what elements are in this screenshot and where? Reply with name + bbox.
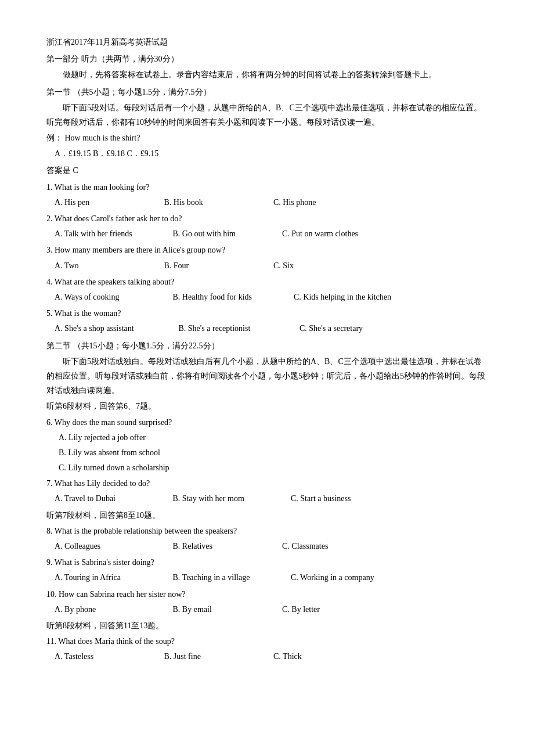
section1: 第一节 （共5小题；每小题1.5分，满分7.5分） 听下面5段对话。每段对话后有… [46, 85, 488, 336]
q8-question: What is the probable relationship betwee… [55, 527, 237, 535]
q10-optA: A. By phone [55, 602, 171, 617]
q4-question: What are the speakers talking about? [55, 278, 174, 286]
q5-question: What is the woman? [55, 309, 121, 318]
q6-optC: C. Lily turned down a scholarship [59, 460, 488, 475]
q11-optC: C. Thick [273, 649, 302, 664]
section1-header: 第一节 （共5小题；每小题1.5分，满分7.5分） [46, 85, 488, 99]
q10-optC: C. By letter [282, 602, 320, 617]
q7-optC: C. Start a business [291, 491, 351, 506]
q4-optC: C. Kids helping in the kitchen [294, 290, 391, 304]
section2-header: 第二节 （共15小题；每小题1.5分，满分22.5分） [46, 339, 488, 353]
section1-questions: 1. What is the man looking for? A. His p… [46, 180, 488, 336]
q3-optB: B. Four [164, 258, 272, 273]
question-10: 10. How can Sabrina reach her sister now… [46, 587, 488, 617]
q6-optA: A. Lily rejected a job offer [59, 430, 488, 445]
question-5: 5. What is the woman? A. She's a shop as… [46, 306, 488, 336]
q4-options: A. Ways of cooking B. Healthy food for k… [46, 290, 488, 304]
q6-optB: B. Lily was absent from school [59, 445, 488, 460]
q9-number: 9. [46, 558, 53, 567]
q9-optB: B. Teaching in a village [173, 570, 289, 585]
question-4: 4. What are the speakers talking about? … [46, 275, 488, 304]
q9-question: What is Sabrina's sister doing? [55, 558, 154, 567]
question-1: 1. What is the man looking for? A. His p… [46, 180, 488, 210]
segment3: 听第8段材料，回答第11至13题。 11. What does Maria th… [46, 618, 488, 664]
q1-text: 1. What is the man looking for? [46, 180, 488, 195]
q1-number: 1. [46, 183, 53, 192]
q7-text: 7. What has Lily decided to do? [46, 476, 488, 491]
q3-optA: A. Two [55, 258, 162, 273]
section1-instruction: 听下面5段对话。每段对话后有一个小题，从题中所给的A、B、C三个选项中选出最佳选… [46, 100, 488, 129]
question-6: 6. Why does the man sound surprised? A. … [46, 415, 488, 476]
part1-instruction: 做题时，先将答案标在试卷上。录音内容结束后，你将有两分钟的时间将试卷上的答案转涂… [46, 67, 488, 82]
question-8: 8. What is the probable relationship bet… [46, 524, 488, 553]
q6-number: 6. [46, 418, 53, 427]
section2: 第二节 （共15小题；每小题1.5分，满分22.5分） 听下面5段对话或独白。每… [46, 339, 488, 664]
q9-optC: C. Working in a company [291, 570, 374, 585]
q4-text: 4. What are the speakers talking about? [46, 275, 488, 289]
example-label: 例： [46, 134, 63, 142]
q11-text: 11. What does Maria think of the soup? [46, 634, 488, 649]
q5-number: 5. [46, 309, 53, 318]
example-question: 例： How much is the shirt? [46, 131, 488, 145]
question-7: 7. What has Lily decided to do? A. Trave… [46, 476, 488, 506]
q7-question: What has Lily decided to do? [55, 479, 150, 488]
q3-text: 3. How many members are there in Alice's… [46, 243, 488, 257]
q5-optC: C. She's a secretary [300, 321, 363, 336]
q5-text: 5. What is the woman? [46, 306, 488, 321]
q3-options: A. Two B. Four C. Six [46, 258, 488, 273]
q2-text: 2. What does Carol's father ask her to d… [46, 211, 488, 226]
q9-text: 9. What is Sabrina's sister doing? [46, 555, 488, 570]
q3-optC: C. Six [273, 258, 294, 273]
q7-optA: A. Travel to Dubai [55, 491, 171, 506]
q7-number: 7. [46, 479, 53, 488]
q8-optB: B. Relatives [173, 539, 280, 553]
q5-optB: B. She's a receptionist [179, 321, 298, 336]
q1-optA: A. His pen [55, 195, 162, 210]
q2-optB: B. Go out with him [173, 226, 280, 241]
q10-question: How can Sabrina reach her sister now? [59, 590, 185, 599]
segment1: 听第6段材料，回答第6、7题。 6. Why does the man soun… [46, 399, 488, 506]
q10-number: 10. [46, 590, 57, 599]
q1-options: A. His pen B. His book C. His phone [46, 195, 488, 210]
q8-number: 8. [46, 527, 53, 535]
q7-options: A. Travel to Dubai B. Stay with her mom … [46, 491, 488, 506]
q11-optB: B. Just fine [164, 649, 272, 664]
q2-number: 2. [46, 214, 53, 223]
q11-options: A. Tasteless B. Just fine C. Thick [46, 649, 488, 664]
document-title: 浙江省2017年11月新高考英语试题 [46, 35, 488, 49]
segment2-instruction: 听第7段材料，回答第8至10题。 [46, 508, 488, 523]
q2-options: A. Talk with her friends B. Go out with … [46, 226, 488, 241]
document-container: 浙江省2017年11月新高考英语试题 第一部分 听力（共两节，满分30分） 做题… [46, 35, 488, 664]
q8-text: 8. What is the probable relationship bet… [46, 524, 488, 538]
example-answer: 答案是 C [46, 163, 488, 178]
segment2: 听第7段材料，回答第8至10题。 8. What is the probable… [46, 508, 488, 617]
q8-options: A. Colleagues B. Relatives C. Classmates [46, 539, 488, 553]
q2-optC: C. Put on warm clothes [282, 226, 358, 241]
q3-number: 3. [46, 246, 53, 254]
q10-text: 10. How can Sabrina reach her sister now… [46, 587, 488, 602]
question-9: 9. What is Sabrina's sister doing? A. To… [46, 555, 488, 585]
q7-optB: B. Stay with her mom [173, 491, 289, 506]
q9-optA: A. Touring in Africa [55, 570, 171, 585]
q5-options: A. She's a shop assistant B. She's a rec… [46, 321, 488, 336]
example-block: 例： How much is the shirt? A．£19.15 B．£9.… [46, 131, 488, 178]
q8-optA: A. Colleagues [55, 539, 171, 553]
section2-instruction: 听下面5段对话或独白。每段对话或独白后有几个小题，从题中所给的A、B、C三个选项… [46, 354, 488, 398]
q2-optA: A. Talk with her friends [55, 226, 171, 241]
q3-question: How many members are there in Alice's gr… [55, 246, 225, 254]
question-3: 3. How many members are there in Alice's… [46, 243, 488, 272]
q4-optB: B. Healthy food for kids [173, 290, 292, 304]
q10-options: A. By phone B. By email C. By letter [46, 602, 488, 617]
q4-number: 4. [46, 278, 53, 286]
q11-number: 11. [46, 637, 56, 646]
question-2: 2. What does Carol's father ask her to d… [46, 211, 488, 241]
q1-question: What is the man looking for? [55, 183, 150, 192]
q6-options: A. Lily rejected a job offer B. Lily was… [46, 430, 488, 476]
q10-optB: B. By email [173, 602, 280, 617]
q2-question: What does Carol's father ask her to do? [55, 214, 182, 223]
q1-optC: C. His phone [273, 195, 389, 210]
segment1-instruction: 听第6段材料，回答第6、7题。 [46, 399, 488, 413]
q9-options: A. Touring in Africa B. Teaching in a vi… [46, 570, 488, 585]
segment3-instruction: 听第8段材料，回答第11至13题。 [46, 618, 488, 633]
q11-optA: A. Tasteless [55, 649, 162, 664]
